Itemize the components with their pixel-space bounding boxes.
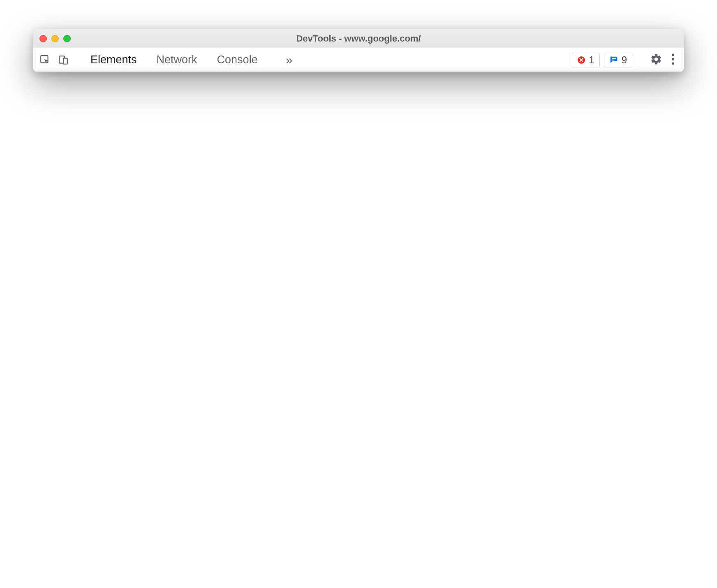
command-menu: Run >ope Search box Type '?' to see avai… [33,72,684,72]
tab-network[interactable]: Network [155,49,199,71]
svg-rect-0 [41,56,48,63]
traffic-lights [39,35,71,42]
toolbar-separator [77,53,77,67]
tab-elements[interactable]: Elements [89,49,139,71]
issues-counter[interactable]: 9 [604,53,632,67]
errors-count: 1 [589,54,594,66]
maximize-window-button[interactable] [63,35,71,42]
inspect-element-icon[interactable] [37,52,53,68]
devtools-toolbar: Elements Network Console » 1 9 [33,48,684,72]
more-tabs-icon[interactable]: » [286,53,293,67]
svg-rect-2 [63,58,67,64]
close-window-button[interactable] [39,35,47,42]
window-title: DevTools - www.google.com/ [296,33,421,44]
tab-console[interactable]: Console [215,49,259,71]
minimize-window-button[interactable] [51,35,59,42]
command-search-row[interactable]: Run >ope Search box [33,72,684,72]
issues-count: 9 [622,54,627,66]
device-toolbar-icon[interactable] [56,52,71,68]
svg-point-8 [672,62,674,65]
svg-rect-5 [612,60,614,60]
window-titlebar: DevTools - www.google.com/ [33,29,684,48]
devtools-window: DevTools - www.google.com/ Elements Netw… [33,29,684,72]
svg-point-6 [672,53,674,56]
svg-rect-4 [612,58,615,59]
panel-tabs: Elements Network Console » [89,49,292,71]
errors-counter[interactable]: 1 [572,53,599,67]
svg-point-7 [672,58,674,60]
toolbar-separator-2 [640,53,640,67]
settings-icon[interactable] [648,51,665,69]
kebab-menu-icon[interactable] [669,51,677,69]
